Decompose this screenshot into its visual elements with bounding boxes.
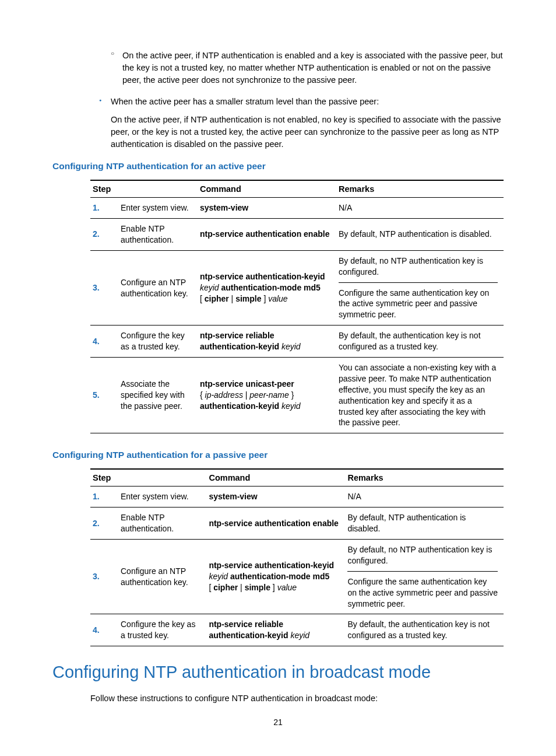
nested-bullet: On the active peer, if NTP authenticatio… bbox=[52, 50, 504, 86]
step-cmd: ntp-service authentication-keyid keyid a… bbox=[198, 250, 336, 325]
step-desc: Configure an NTP authentication key. bbox=[121, 250, 198, 325]
table-row: 1. Enter system view. system-view N/A bbox=[90, 487, 504, 508]
step-desc: Enter system view. bbox=[121, 487, 206, 508]
step-desc: Enable NTP authentication. bbox=[121, 219, 198, 251]
col-step: Step bbox=[90, 469, 206, 487]
step-desc: Configure the key as a trusted key. bbox=[121, 326, 198, 358]
config-table-passive: Step Command Remarks 1. Enter system vie… bbox=[90, 468, 504, 646]
bullet-item: When the active peer has a smaller strat… bbox=[52, 96, 504, 108]
step-number: 4. bbox=[90, 614, 121, 646]
step-cmd: ntp-service authentication enable bbox=[198, 219, 336, 251]
step-number: 1. bbox=[90, 198, 121, 219]
table-row: 3. Configure an NTP authentication key. … bbox=[90, 540, 504, 614]
step-remarks: By default, no NTP authentication key is… bbox=[336, 250, 504, 325]
table-row: 5. Associate the specified key with the … bbox=[90, 358, 504, 433]
table-row: 3. Configure an NTP authentication key. … bbox=[90, 250, 504, 325]
col-remarks: Remarks bbox=[345, 469, 504, 487]
step-desc: Configure an NTP authentication key. bbox=[121, 540, 206, 614]
col-command: Command bbox=[206, 469, 345, 487]
step-cmd: system-view bbox=[206, 487, 345, 508]
step-desc: Configure the key as a trusted key. bbox=[121, 614, 206, 646]
step-remarks: N/A bbox=[336, 198, 504, 219]
page-number: 21 bbox=[0, 718, 556, 727]
step-number: 3. bbox=[90, 540, 121, 614]
table-row: 4. Configure the key as a trusted key. n… bbox=[90, 614, 504, 646]
table-row: 2. Enable NTP authentication. ntp-servic… bbox=[90, 219, 504, 251]
step-cmd: ntp-service authentication-keyid keyid a… bbox=[206, 540, 345, 614]
table-row: 4. Configure the key as a trusted key. n… bbox=[90, 326, 504, 358]
col-command: Command bbox=[198, 180, 336, 198]
step-cmd: ntp-service reliable authentication-keyi… bbox=[206, 614, 345, 646]
section-title: Configuring NTP authentication in broadc… bbox=[52, 663, 504, 682]
step-remarks: By default, the authentication key is no… bbox=[345, 614, 504, 646]
step-number: 2. bbox=[90, 219, 121, 251]
step-number: 3. bbox=[90, 250, 121, 325]
step-number: 2. bbox=[90, 508, 121, 540]
step-desc: Enter system view. bbox=[121, 198, 198, 219]
table-row: 1. Enter system view. system-view N/A bbox=[90, 198, 504, 219]
col-step: Step bbox=[90, 180, 198, 198]
step-desc: Associate the specified key with the pas… bbox=[121, 358, 198, 433]
step-remarks: By default, NTP authentication is disabl… bbox=[345, 508, 504, 540]
step-remarks: By default, the authentication key is no… bbox=[336, 326, 504, 358]
col-remarks: Remarks bbox=[336, 180, 504, 198]
paragraph: On the active peer, if NTP authenticatio… bbox=[52, 114, 504, 150]
section-heading: Configuring NTP authentication for an ac… bbox=[52, 161, 504, 172]
step-remarks: You can associate a non-existing key wit… bbox=[336, 358, 504, 433]
step-cmd: ntp-service reliable authentication-keyi… bbox=[198, 326, 336, 358]
step-desc: Enable NTP authentication. bbox=[121, 508, 206, 540]
document-page: On the active peer, if NTP authenticatio… bbox=[0, 0, 556, 756]
step-remarks: By default, no NTP authentication key is… bbox=[345, 540, 504, 614]
step-number: 4. bbox=[90, 326, 121, 358]
step-remarks: By default, NTP authentication is disabl… bbox=[336, 219, 504, 251]
step-remarks: N/A bbox=[345, 487, 504, 508]
step-number: 5. bbox=[90, 358, 121, 433]
paragraph: Follow these instructions to configure N… bbox=[52, 692, 504, 705]
config-table-active: Step Command Remarks 1. Enter system vie… bbox=[90, 180, 504, 433]
table-row: 2. Enable NTP authentication. ntp-servic… bbox=[90, 508, 504, 540]
step-cmd: system-view bbox=[198, 198, 336, 219]
step-number: 1. bbox=[90, 487, 121, 508]
section-heading: Configuring NTP authentication for a pas… bbox=[52, 450, 504, 460]
step-cmd: ntp-service authentication enable bbox=[206, 508, 345, 540]
step-cmd: ntp-service unicast-peer { ip-address | … bbox=[198, 358, 336, 433]
